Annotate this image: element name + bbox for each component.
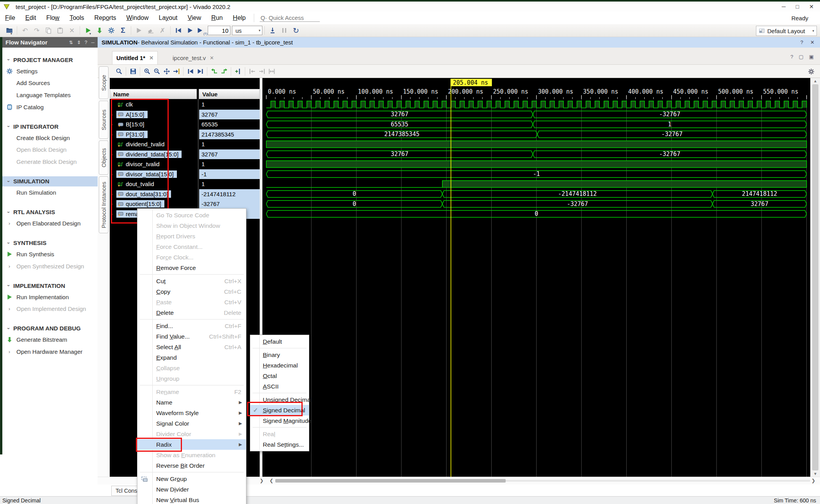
flownav-item-open-synthesized-design[interactable]: ›Open Synthesized Design <box>2 261 98 271</box>
menu-item-delete[interactable]: DeleteDelete <box>137 307 246 318</box>
flownav-section-ip-integrator[interactable]: ›IP INTEGRATOR <box>2 121 98 131</box>
flownav-item-generate-block-design[interactable]: Generate Block Design <box>2 157 98 167</box>
signal-row-quotient-15-0[interactable]: › quotient[15:0] <box>110 199 197 209</box>
flownav-section-project-manager[interactable]: ›PROJECT MANAGER <box>2 55 98 65</box>
menu-item-hexadecimal[interactable]: Hexadecimal <box>250 360 309 371</box>
zoom-to-cursor-icon[interactable] <box>171 67 181 76</box>
scroll-down-icon[interactable]: ▼ <box>811 472 820 476</box>
close-button[interactable]: ✕ <box>809 4 814 10</box>
menu-item-select-all[interactable]: Select AllCtrl+A <box>137 342 246 352</box>
signal-row-dividend-tvalid[interactable]: dividend_tvalid <box>110 139 197 149</box>
flownav-item-add-sources[interactable]: Add Sources <box>2 78 98 88</box>
fn-minimize-icon[interactable]: ─ <box>91 40 94 45</box>
waveform-canvas[interactable]: 0.000 ns50.000 ns100.000 ns150.000 ns200… <box>262 78 810 477</box>
editor-tab-untitled-1[interactable]: Untitled 1*✕ <box>112 51 158 64</box>
maximize-button[interactable]: □ <box>796 4 799 10</box>
flownav-section-program-and-debug[interactable]: ›PROGRAM AND DEBUG <box>2 323 98 334</box>
signal-row-b-15-0[interactable]: › B[15:0] <box>110 119 197 130</box>
menu-edit[interactable]: Edit <box>20 13 41 23</box>
menu-view[interactable]: View <box>183 13 206 23</box>
expand-icon[interactable]: › <box>111 201 116 207</box>
menu-item-signed-decimal[interactable]: ✓Signed Decimal <box>250 405 309 415</box>
redo-icon[interactable]: ↷ <box>31 25 43 35</box>
menu-item-waveform-style[interactable]: Waveform Style▶ <box>137 408 246 418</box>
step-icon[interactable] <box>267 25 278 35</box>
signal-value[interactable]: 2147385345 <box>199 130 260 140</box>
hscroll-left-icon[interactable]: ❯ <box>260 478 264 483</box>
expand-icon[interactable]: › <box>111 171 116 177</box>
scroll-up-icon[interactable]: ▲ <box>811 79 820 83</box>
settings-gear-icon[interactable] <box>105 25 117 35</box>
menu-item-signed-magnitude[interactable]: Signed Magnitude <box>250 415 309 426</box>
open-project-icon[interactable]: ▾ <box>3 25 15 35</box>
menu-item-default[interactable]: Default <box>250 336 309 347</box>
zoom-in-icon[interactable] <box>142 67 152 76</box>
flownav-item-open-block-design[interactable]: Open Block Design <box>2 145 98 155</box>
menu-item-octal[interactable]: Octal <box>250 371 309 381</box>
generate-bitstream-icon[interactable] <box>94 25 105 35</box>
flownav-item-open-elaborated-design[interactable]: ›Open Elaborated Design <box>2 218 98 229</box>
panel-close-icon[interactable]: ✕ <box>810 39 815 45</box>
menu-item-new-group[interactable]: New Group <box>137 474 246 484</box>
menu-item-reverse-bit-order[interactable]: Reverse Bit Order <box>137 460 246 471</box>
run-for-time-icon[interactable]: (T) <box>196 25 208 35</box>
close-tab-icon[interactable]: ✕ <box>149 55 153 61</box>
fn-help-icon[interactable]: ? <box>85 40 87 45</box>
flownav-section-implementation[interactable]: ›IMPLEMENTATION <box>2 280 98 291</box>
menu-run[interactable]: Run <box>206 13 228 23</box>
run-icon[interactable]: ▾ <box>82 25 94 35</box>
signal-value[interactable]: -2147418112 <box>199 189 260 199</box>
go-to-end-icon[interactable] <box>195 67 205 76</box>
signal-value[interactable]: 32767 <box>199 149 260 160</box>
sim-unit-select[interactable]: us▾ <box>232 26 262 35</box>
copy-icon[interactable] <box>43 25 54 35</box>
menu-item-copy[interactable]: CopyCtrl+C <box>137 286 246 297</box>
flownav-item-settings[interactable]: Settings <box>2 66 98 76</box>
zoom-out-icon[interactable] <box>152 67 162 76</box>
menu-item-name[interactable]: Name▶ <box>137 397 246 408</box>
menu-item-new-divider[interactable]: New Divider <box>137 484 246 495</box>
wave-save-icon[interactable] <box>128 67 138 76</box>
hscroll-right-icon[interactable]: ❮ <box>269 478 273 483</box>
flownav-section-synthesis[interactable]: ›SYNTHESIS <box>2 238 98 248</box>
quick-access-input[interactable] <box>260 14 320 22</box>
menu-layout[interactable]: Layout <box>154 13 183 23</box>
wave-settings-gear-icon[interactable] <box>808 67 815 75</box>
flownav-item-ip-catalog[interactable]: IP Catalog <box>2 102 98 112</box>
signal-value[interactable]: -32767 <box>199 199 260 209</box>
tab-float-icon[interactable]: ▢ <box>799 54 803 60</box>
expand-icon[interactable]: › <box>111 151 116 157</box>
menu-help[interactable]: Help <box>228 13 251 23</box>
signal-value[interactable]: 1 <box>199 139 260 149</box>
signal-value[interactable]: 65535 <box>199 119 260 130</box>
add-marker-icon[interactable] <box>233 67 243 76</box>
expand-icon[interactable]: › <box>111 211 116 217</box>
signal-row-dout-tdata-31-0[interactable]: › dout_tdata[31:0] <box>110 189 197 199</box>
menu-reports[interactable]: Reports <box>89 13 121 23</box>
menu-item-ascii[interactable]: ASCII <box>250 381 309 392</box>
close-tab-icon[interactable]: ✕ <box>210 55 214 61</box>
side-tab-sources[interactable]: Sources <box>99 101 109 139</box>
menu-file[interactable]: File <box>0 13 20 23</box>
fn-collapse-icon[interactable]: ⇅ <box>69 40 73 45</box>
flownav-item-open-hardware-manager[interactable]: ›Open Hardware Manager <box>2 347 98 357</box>
delete-icon[interactable]: ✕ <box>66 25 78 35</box>
tab-help-icon[interactable]: ? <box>790 54 793 60</box>
pause-icon[interactable] <box>278 25 290 35</box>
signal-row-divisor-tvalid[interactable]: divisor_tvalid <box>110 159 197 169</box>
layout-selector[interactable]: Default Layout ▾ <box>756 26 817 36</box>
value-column-header[interactable]: Value <box>199 89 260 99</box>
next-transition-icon[interactable] <box>219 67 229 76</box>
menu-item-real-settings[interactable]: Real Settings... <box>250 439 309 450</box>
signal-row-clk[interactable]: clk <box>110 99 197 110</box>
signal-row-dout-tvalid[interactable]: dout_tvalid <box>110 179 197 189</box>
signal-row-p-31-0[interactable]: › P[31:0] <box>110 130 197 140</box>
expand-icon[interactable]: › <box>111 121 116 127</box>
zoom-fit-icon[interactable] <box>162 67 171 76</box>
tab-maximize-icon[interactable]: ▣ <box>809 54 814 60</box>
menu-item-find[interactable]: Find...Ctrl+F <box>137 321 246 331</box>
menu-item-new-virtual-bus[interactable]: New Virtual Bus <box>137 495 246 504</box>
flownav-item-run-synthesis[interactable]: Run Synthesis <box>2 249 98 259</box>
flownav-item-open-implemented-design[interactable]: ›Open Implemented Design <box>2 304 98 314</box>
vertical-scrollbar[interactable]: ▲ ▼ <box>810 78 820 477</box>
